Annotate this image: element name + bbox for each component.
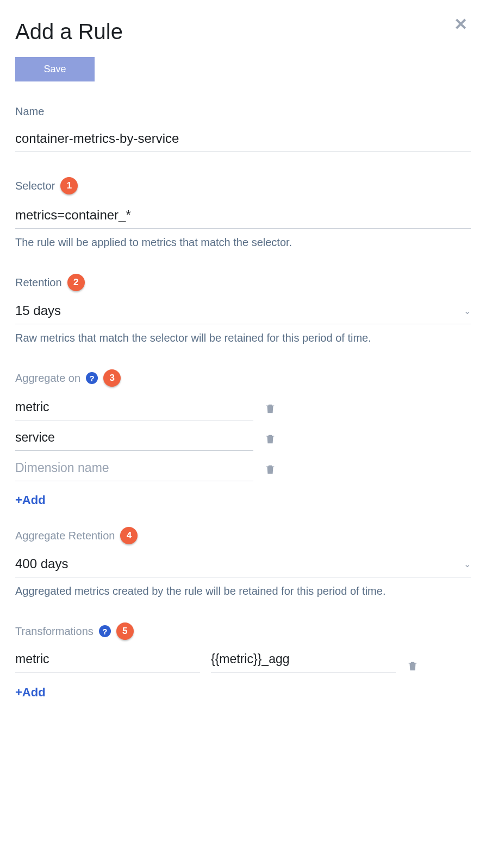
- trash-icon[interactable]: [264, 402, 276, 415]
- trash-icon[interactable]: [264, 432, 276, 445]
- aggregate-dimension-input[interactable]: [15, 427, 253, 451]
- retention-hint: Raw metrics that match the selector will…: [15, 332, 471, 344]
- retention-label: Retention 2: [15, 274, 471, 291]
- chevron-down-icon: ⌄: [464, 306, 471, 316]
- step-badge-2: 2: [67, 274, 85, 291]
- name-label: Name: [15, 105, 471, 118]
- step-badge-5: 5: [116, 622, 134, 640]
- aggregate-dimension-input[interactable]: [15, 397, 253, 420]
- close-icon[interactable]: ✕: [451, 15, 471, 34]
- aggregate-retention-value: 400 days: [15, 556, 464, 571]
- aggregate-dimension-input[interactable]: [15, 457, 253, 481]
- help-icon[interactable]: ?: [86, 372, 98, 384]
- trash-icon[interactable]: [407, 659, 419, 672]
- aggregate-retention-hint: Aggregated metrics created by the rule w…: [15, 585, 471, 597]
- step-badge-3: 3: [103, 369, 121, 387]
- save-button[interactable]: Save: [15, 57, 95, 81]
- transformation-to-input[interactable]: {{metric}}_agg: [211, 650, 396, 672]
- retention-value: 15 days: [15, 303, 464, 318]
- transformation-row: metric {{metric}}_agg: [15, 650, 471, 672]
- add-dimension-button[interactable]: +Add: [15, 493, 46, 507]
- aggregate-row: [15, 427, 276, 451]
- selector-label: Selector 1: [15, 177, 471, 194]
- selector-input[interactable]: [15, 204, 471, 229]
- step-badge-4: 4: [120, 527, 138, 544]
- aggregate-on-label: Aggregate on ? 3: [15, 369, 471, 387]
- retention-select[interactable]: 15 days ⌄: [15, 301, 471, 324]
- add-transformation-button[interactable]: +Add: [15, 685, 46, 700]
- aggregate-row: [15, 397, 276, 420]
- aggregate-retention-select[interactable]: 400 days ⌄: [15, 554, 471, 577]
- name-input[interactable]: [15, 128, 471, 152]
- page-title: Add a Rule: [15, 20, 123, 44]
- step-badge-1: 1: [60, 177, 78, 194]
- selector-hint: The rule will be applied to metrics that…: [15, 236, 471, 249]
- aggregate-row: [15, 457, 276, 481]
- transformation-from-input[interactable]: metric: [15, 650, 200, 672]
- transformations-label: Transformations ? 5: [15, 622, 471, 640]
- chevron-down-icon: ⌄: [464, 559, 471, 569]
- aggregate-retention-label: Aggregate Retention 4: [15, 527, 471, 544]
- help-icon[interactable]: ?: [99, 625, 111, 637]
- trash-icon[interactable]: [264, 463, 276, 476]
